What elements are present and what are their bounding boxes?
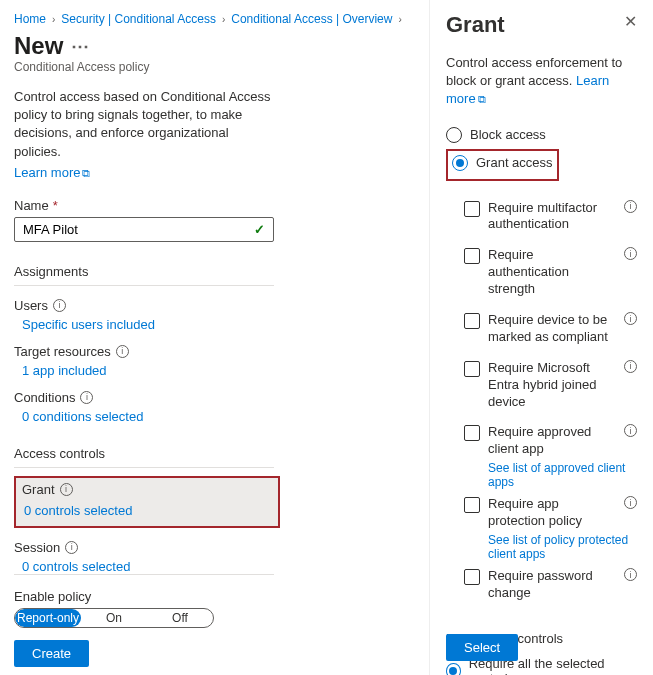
more-options-icon[interactable]: ⋯ [71,35,89,57]
main-content: Home › Security | Conditional Access › C… [0,0,430,675]
learn-more-text: Learn more [14,165,80,180]
conditions-item[interactable]: Conditions i 0 conditions selected [14,390,274,424]
conditions-label-text: Conditions [14,390,75,405]
session-item[interactable]: Session i 0 controls selected [14,540,274,574]
cb-mfa-label: Require multifactor authentication [488,200,616,234]
panel-title: Grant [446,12,505,38]
users-value-link[interactable]: Specific users included [14,317,274,332]
page-title-text: New [14,32,63,60]
checkbox-icon[interactable] [464,201,480,217]
users-label: Users i [14,298,274,313]
cb-compliant-label: Require device to be marked as compliant [488,312,616,346]
create-button[interactable]: Create [14,640,89,667]
required-indicator: * [53,198,58,213]
users-item[interactable]: Users i Specific users included [14,298,274,332]
radio-icon-checked[interactable] [452,155,468,171]
grant-panel: Grant ✕ Control access enforcement to bl… [430,0,653,675]
info-icon[interactable]: i [65,541,78,554]
breadcrumb-home[interactable]: Home [14,12,46,26]
grant-access-highlighted: Grant access [446,149,559,181]
grant-controls-list: Require multifactor authentication i Req… [446,193,637,609]
cb-protection-label: Require app protection policy [488,496,616,530]
approved-apps-link[interactable]: See list of approved client apps [464,461,637,489]
chevron-right-icon: › [398,14,401,25]
select-button[interactable]: Select [446,634,518,661]
grant-label: Grant i [22,482,272,497]
info-icon[interactable]: i [80,391,93,404]
info-icon[interactable]: i [624,424,637,437]
info-icon[interactable]: i [624,247,637,260]
info-icon[interactable]: i [116,345,129,358]
grant-label-text: Grant [22,482,55,497]
breadcrumb: Home › Security | Conditional Access › C… [14,12,415,26]
cb-require-compliant[interactable]: Require device to be marked as compliant… [464,305,637,353]
checkbox-icon[interactable] [464,361,480,377]
checkbox-icon[interactable] [464,497,480,513]
toggle-off[interactable]: Off [147,609,213,627]
session-label-text: Session [14,540,60,555]
cb-require-hybrid[interactable]: Require Microsoft Entra hybrid joined de… [464,353,637,418]
name-label: Name * [14,198,415,213]
access-controls-heading: Access controls [14,446,274,468]
cb-require-password[interactable]: Require password change i [464,561,637,609]
checkmark-icon: ✓ [254,222,265,237]
cb-approved-app-label: Require approved client app [488,424,616,458]
info-icon[interactable]: i [624,312,637,325]
name-input-wrap[interactable]: ✓ [14,217,274,242]
panel-header: Grant ✕ [446,12,637,38]
cb-require-mfa[interactable]: Require multifactor authentication i [464,193,637,241]
info-icon[interactable]: i [624,496,637,509]
session-value-link[interactable]: 0 controls selected [14,559,274,574]
info-icon[interactable]: i [624,200,637,213]
checkbox-icon[interactable] [464,313,480,329]
info-icon[interactable]: i [624,360,637,373]
cb-require-strength[interactable]: Require authentication strength i [464,240,637,305]
block-access-label: Block access [470,127,546,142]
info-icon[interactable]: i [53,299,66,312]
toggle-on[interactable]: On [81,609,147,627]
checkbox-icon[interactable] [464,425,480,441]
name-label-text: Name [14,198,49,213]
targets-label: Target resources i [14,344,274,359]
radio-block-access[interactable]: Block access [446,123,637,147]
enable-policy-label: Enable policy [14,589,274,604]
toggle-report-only[interactable]: Report-only [15,609,81,627]
grant-item-highlighted[interactable]: Grant i 0 controls selected [14,476,280,528]
external-link-icon: ⧉ [478,93,486,105]
page-title: New ⋯ [14,32,415,60]
radio-icon-checked[interactable] [446,663,461,675]
session-label: Session i [14,540,274,555]
grant-value-link[interactable]: 0 controls selected [22,503,272,518]
close-icon[interactable]: ✕ [624,12,637,31]
users-label-text: Users [14,298,48,313]
cb-require-protection[interactable]: Require app protection policy i [464,489,637,537]
protection-apps-link[interactable]: See list of policy protected client apps [464,533,637,561]
page-subtitle: Conditional Access policy [14,60,415,74]
conditions-value-link[interactable]: 0 conditions selected [14,409,274,424]
panel-footer: Select [446,634,518,661]
radio-icon[interactable] [446,127,462,143]
breadcrumb-overview[interactable]: Conditional Access | Overview [231,12,392,26]
info-icon[interactable]: i [60,483,73,496]
targets-item[interactable]: Target resources i 1 app included [14,344,274,378]
targets-value-link[interactable]: 1 app included [14,363,274,378]
cb-strength-label: Require authentication strength [488,247,616,298]
assignments-heading: Assignments [14,264,274,286]
name-input[interactable] [23,222,254,237]
enable-policy-section: Enable policy Report-only On Off Create [14,574,274,667]
checkbox-icon[interactable] [464,569,480,585]
cb-require-approved-app[interactable]: Require approved client app i [464,417,637,465]
info-icon[interactable]: i [624,568,637,581]
page-description: Control access based on Conditional Acce… [14,88,274,161]
grant-access-label: Grant access [476,155,553,170]
cb-password-label: Require password change [488,568,616,602]
cb-hybrid-label: Require Microsoft Entra hybrid joined de… [488,360,616,411]
enable-policy-toggle[interactable]: Report-only On Off [14,608,214,628]
targets-label-text: Target resources [14,344,111,359]
breadcrumb-security[interactable]: Security | Conditional Access [61,12,216,26]
checkbox-icon[interactable] [464,248,480,264]
learn-more-link[interactable]: Learn more⧉ [14,165,415,180]
chevron-right-icon: › [52,14,55,25]
radio-grant-access[interactable]: Grant access [452,151,553,175]
access-radio-group: Block access Grant access [446,123,637,181]
